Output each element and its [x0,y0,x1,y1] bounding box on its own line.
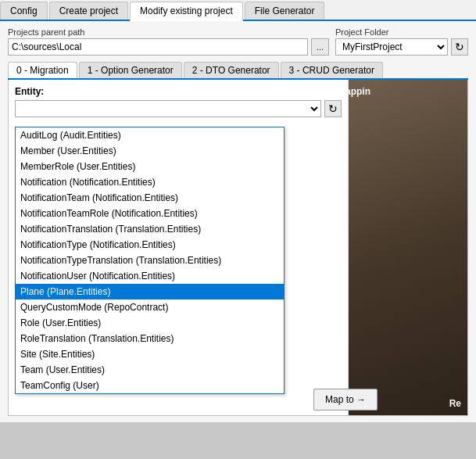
right-background [331,80,467,415]
dropdown-item-roletranslation[interactable]: RoleTranslation (Translation.Entities) [16,331,284,346]
dropdown-item-memberrole[interactable]: MemberRole (User.Entities) [16,159,284,174]
right-panel: Mappin [331,80,467,415]
path-section: Projects parent path ... [8,27,329,56]
project-folder-label: Project Folder [335,27,468,37]
dropdown-item-role[interactable]: Role (User.Entities) [16,315,284,331]
browse-button[interactable]: ... [311,38,329,56]
dropdown-item-notificationteamrole[interactable]: NotificationTeamRole (Notification.Entit… [16,206,284,221]
tab-option-generator[interactable]: 1 - Option Generator [79,62,182,78]
dropdown-item-notificationtype[interactable]: NotificationType (Notification.Entities) [16,237,284,253]
map-to-button[interactable]: Map to → [313,389,378,411]
dropdown-item-notificationuser[interactable]: NotificationUser (Notification.Entities) [16,268,284,284]
dropdown-item-site[interactable]: Site (Site.Entities) [16,346,284,362]
tab-migration[interactable]: 0 - Migration [8,62,77,78]
path-label: Projects parent path [8,27,329,37]
dropdown-item-member[interactable]: Member (User.Entities) [16,143,284,159]
dropdown-item-notificationtypetranslation[interactable]: NotificationTypeTranslation (Translation… [16,253,284,268]
tab-config[interactable]: Config [0,2,48,20]
dropdown-item-notification[interactable]: Notification (Notification.Entities) [16,174,284,190]
tab-create-project[interactable]: Create project [49,2,128,20]
panel-container: Entity: ↻ AuditLog (Audit.Entities) Memb… [8,80,468,416]
re-label: Re [449,398,461,409]
inner-tab-bar: 0 - Migration 1 - Option Generator 2 - D… [8,62,468,80]
main-content: Projects parent path ... Project Folder … [0,21,476,422]
map-to-area: Map to → [313,389,378,411]
dropdown-item-notificationteam[interactable]: NotificationTeam (Notification.Entities) [16,190,284,206]
dropdown-item-auditlog[interactable]: AuditLog (Audit.Entities) [16,127,284,143]
dropdown-item-querycustommode[interactable]: QueryCustomMode (RepoContract) [16,299,284,315]
entity-dropdown: AuditLog (Audit.Entities) Member (User.E… [15,127,285,394]
entity-label: Entity: [15,86,342,97]
path-input[interactable] [8,38,308,56]
top-tab-bar: Config Create project Modify existing pr… [0,0,476,21]
left-panel: Entity: ↻ AuditLog (Audit.Entities) Memb… [9,80,349,415]
dropdown-item-notificationtranslation[interactable]: NotificationTranslation (Translation.Ent… [16,221,284,237]
refresh-project-folder-button[interactable]: ↻ [451,38,468,56]
tab-modify-existing-project[interactable]: Modify existing project [130,2,243,21]
dropdown-item-teamconfig[interactable]: TeamConfig (User) [16,378,284,393]
dropdown-item-plane[interactable]: Plane (Plane.Entities) [16,284,284,299]
entity-select[interactable] [15,100,321,117]
project-folder-row: MyFirstProject ↻ [335,38,468,56]
dropdown-list[interactable]: AuditLog (Audit.Entities) Member (User.E… [16,127,284,393]
entity-row: ↻ [15,100,342,117]
project-folder-section: Project Folder MyFirstProject ↻ [335,27,468,56]
tab-crud-generator[interactable]: 3 - CRUD Generator [281,62,383,78]
path-input-row: ... [8,38,329,56]
tab-file-generator[interactable]: File Generator [245,2,325,20]
project-folder-select[interactable]: MyFirstProject [335,38,448,56]
tab-dto-generator[interactable]: 2 - DTO Generator [184,62,279,78]
dropdown-item-team[interactable]: Team (User.Entities) [16,362,284,378]
entity-refresh-button[interactable]: ↻ [324,100,342,117]
path-row: Projects parent path ... Project Folder … [8,27,468,56]
